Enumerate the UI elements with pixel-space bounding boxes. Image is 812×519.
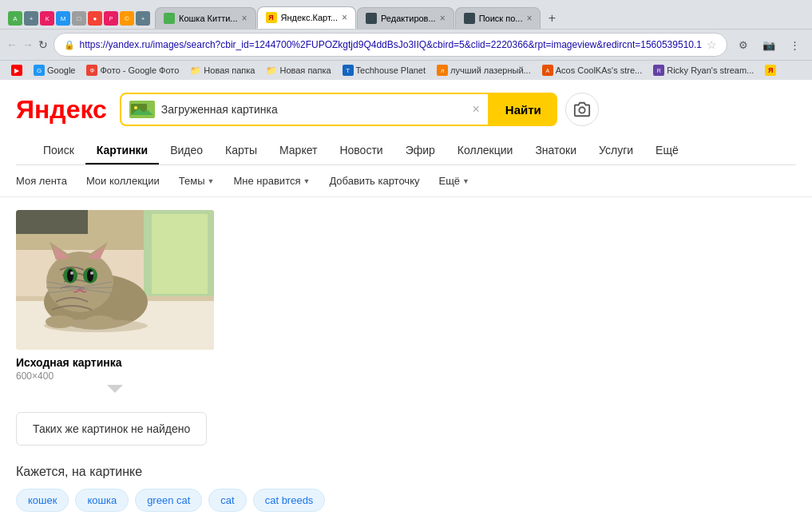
url-text: https://yandex.ru/images/search?cbir_id=…	[80, 39, 702, 50]
bookmark-folder1[interactable]: 📁 Новая папка	[185, 64, 259, 77]
cat-image-container[interactable]	[16, 210, 214, 350]
tab-1-close[interactable]: ×	[242, 13, 248, 24]
tag-green-cat[interactable]: green cat	[135, 489, 202, 512]
extensions-button[interactable]: ⚙	[732, 34, 755, 56]
menu-button[interactable]: ⋮	[783, 34, 806, 56]
svg-point-31	[46, 252, 113, 312]
main-content: Исходная картинка 600×400 Таких же карти…	[0, 197, 812, 519]
bookmark-techhouse[interactable]: T Techhouse Planet	[338, 63, 430, 77]
sub-nav-likes[interactable]: Мне нравится ▼	[224, 172, 319, 190]
browser-tab-1[interactable]: Кошка Китти... ×	[155, 7, 256, 29]
sub-nav-more[interactable]: Ещё ▼	[429, 172, 479, 190]
nav-item-efir[interactable]: Эфир	[394, 136, 446, 164]
search-clear-icon[interactable]: ×	[473, 102, 480, 117]
reload-button[interactable]: ↻	[38, 34, 49, 56]
bookmark-google[interactable]: G Google	[29, 63, 80, 77]
sub-nav-themes[interactable]: Темы ▼	[169, 172, 224, 190]
tag-list: кошек кошка green cat cat cat breeds	[16, 489, 796, 512]
camera-search-button[interactable]	[565, 93, 599, 126]
svg-point-36	[70, 271, 73, 275]
nav-item-market[interactable]: Маркет	[268, 136, 328, 164]
back-button[interactable]: ←	[6, 34, 18, 56]
image-info: Исходная картинка 600×400	[16, 350, 214, 385]
tab-bar: A + К M □ ● P © +	[0, 0, 812, 29]
sub-nav-my-collections[interactable]: Мои коллекции	[77, 172, 169, 190]
browser-tab-3[interactable]: Редактиров... ×	[357, 7, 454, 29]
window-icon-5[interactable]: □	[72, 11, 86, 26]
search-input[interactable]: Загруженная картинка	[161, 103, 466, 116]
bookmark-acos[interactable]: A Acos CoolKAs's stre...	[537, 63, 647, 77]
tab-3-close[interactable]: ×	[440, 13, 446, 24]
svg-text:©: ©	[125, 15, 129, 22]
browser-tab-4[interactable]: Поиск по... ×	[455, 7, 541, 29]
nav-item-more[interactable]: Ещё	[644, 136, 690, 164]
browser-window-icons: A + К M □ ● P © +	[3, 8, 155, 29]
tag-koshek[interactable]: кошек	[16, 489, 69, 512]
window-icon-4[interactable]: M	[56, 11, 70, 26]
sub-nav-add-card[interactable]: Добавить карточку	[319, 172, 429, 190]
nav-item-maps[interactable]: Карты	[214, 136, 268, 164]
window-icon-2[interactable]: +	[24, 11, 38, 26]
tab-2-favicon: Я	[266, 12, 277, 23]
image-title: Исходная картинка	[16, 356, 214, 369]
window-icon-6[interactable]: ●	[88, 11, 102, 26]
bookmark-photos[interactable]: Ф Фото - Google Фото	[81, 63, 184, 77]
nav-item-images[interactable]: Картинки	[85, 136, 159, 164]
tag-cat[interactable]: cat	[208, 489, 246, 512]
tabs-row: Кошка Китти... × Я Яндекс.Карт... × Реда…	[155, 6, 812, 29]
yandex-header: Яндекс Загруженная картинка	[0, 80, 812, 165]
tab-3-favicon	[366, 13, 377, 24]
forward-button[interactable]: →	[22, 34, 34, 56]
yandex-logo[interactable]: Яндекс	[16, 95, 107, 125]
browser-chrome: A + К M □ ● P © +	[0, 0, 812, 80]
uploaded-image-thumbnail	[129, 101, 155, 118]
themes-dropdown-arrow: ▼	[208, 177, 215, 185]
nav-item-collections[interactable]: Коллекции	[446, 136, 525, 164]
bookmark-star-icon[interactable]: ☆	[707, 38, 717, 51]
image-size: 600×400	[16, 370, 214, 382]
bookmark-techhouse-favicon: T	[343, 65, 354, 76]
svg-rect-29	[16, 210, 88, 234]
bookmark-folder1-icon: 📁	[190, 65, 201, 76]
window-icon-1[interactable]: A	[8, 11, 22, 26]
camera-action-button[interactable]: 📷	[758, 34, 780, 56]
address-bar[interactable]: 🔒 https://yandex.ru/images/search?cbir_i…	[53, 33, 727, 57]
tag-koshka[interactable]: кошка	[75, 489, 129, 512]
browser-tab-2[interactable]: Я Яндекс.Карт... ×	[257, 6, 356, 29]
bookmark-laser[interactable]: л лучший лазерный...	[432, 63, 536, 77]
svg-text:A: A	[13, 15, 18, 22]
tab-1-title: Кошка Китти...	[179, 14, 238, 23]
svg-point-50	[46, 315, 74, 328]
nav-item-search[interactable]: Поиск	[32, 136, 85, 164]
nav-item-news[interactable]: Новости	[328, 136, 394, 164]
svg-text:●: ●	[93, 15, 97, 22]
nav-item-services[interactable]: Услуги	[588, 136, 644, 164]
tab-4-close[interactable]: ×	[526, 13, 532, 24]
nav-item-experts[interactable]: Знатоки	[524, 136, 588, 164]
search-input-wrap: Загруженная картинка ×	[120, 93, 489, 126]
bookmark-ricky[interactable]: R Ricky Ryan's stream...	[648, 63, 759, 77]
tooltip-triangle-container	[16, 385, 214, 393]
page-content: Яндекс Загруженная картинка	[0, 80, 812, 519]
svg-point-37	[90, 271, 93, 275]
yandex-logo-search-row: Яндекс Загруженная картинка	[16, 93, 796, 126]
window-icon-3[interactable]: К	[40, 11, 54, 26]
bookmark-google-label: Google	[47, 65, 75, 75]
sub-nav-my-feed[interactable]: Моя лента	[16, 172, 77, 190]
new-tab-button[interactable]: +	[541, 8, 562, 29]
tag-cat-breeds[interactable]: cat breeds	[253, 489, 326, 512]
window-icon-9[interactable]: +	[136, 11, 150, 26]
window-icon-8[interactable]: ©	[120, 11, 134, 26]
search-submit-button[interactable]: Найти	[489, 93, 557, 126]
triangle-indicator	[107, 385, 123, 393]
bookmark-youtube[interactable]: ▶	[6, 63, 27, 77]
window-icon-7[interactable]: P	[104, 11, 118, 26]
bookmark-yandex[interactable]: Я	[760, 63, 781, 77]
bookmark-folder2[interactable]: 📁 Новая папка	[261, 64, 335, 77]
nav-item-video[interactable]: Видео	[159, 136, 214, 164]
bookmark-folder1-label: Новая папка	[204, 65, 255, 75]
tab-2-close[interactable]: ×	[342, 12, 347, 23]
address-bar-row: ← → ↻ 🔒 https://yandex.ru/images/search?…	[0, 29, 812, 60]
svg-point-22	[579, 107, 584, 113]
no-results-text: Таких же картинок не найдено	[33, 422, 190, 435]
